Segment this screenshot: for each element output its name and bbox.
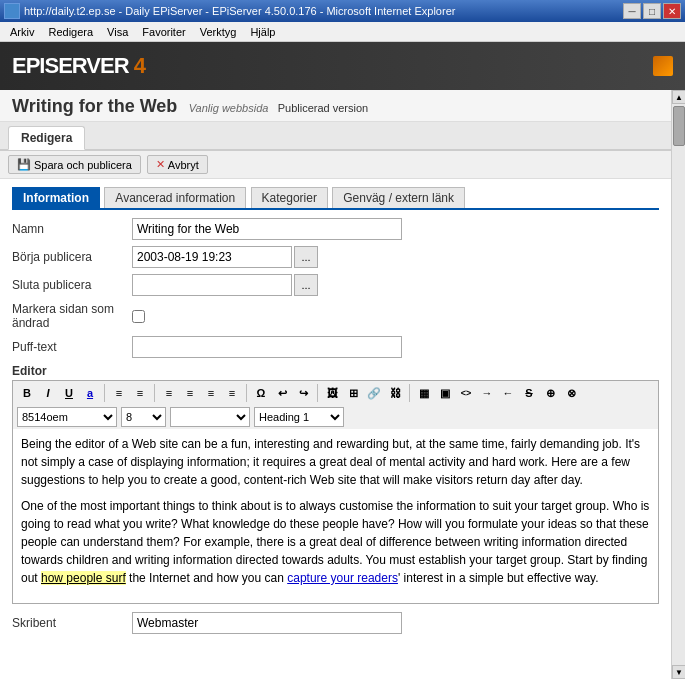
name-label: Namn [12, 222, 132, 236]
tab-information[interactable]: Information [12, 187, 100, 208]
window-icon [4, 3, 20, 19]
more-btn-3[interactable]: ⊕ [540, 383, 560, 403]
menu-redigera[interactable]: Redigera [42, 24, 99, 40]
separator-3 [246, 384, 247, 402]
align-right-button[interactable]: ≡ [201, 383, 221, 403]
name-row: Namn [12, 218, 659, 240]
more-button-1[interactable]: ▦ [414, 383, 434, 403]
scroll-down-arrow[interactable]: ▼ [672, 665, 685, 679]
episerver-header: EPISERVER 4 [0, 42, 685, 90]
italic-button[interactable]: I [38, 383, 58, 403]
window-title: http://daily.t2.ep.se - Daily EPiServer … [24, 5, 455, 17]
link-button[interactable]: a [80, 383, 100, 403]
more-button-2[interactable]: ▣ [435, 383, 455, 403]
editor-format-bar: 8514oem 8 Heading 1 [12, 405, 659, 429]
puff-input[interactable] [132, 336, 402, 358]
menu-visa[interactable]: Visa [101, 24, 134, 40]
top-tab-bar: Redigera [0, 122, 671, 151]
main-scrollbar[interactable]: ▲ ▼ [671, 90, 685, 679]
people-text: people [21, 535, 57, 549]
menu-hjalp[interactable]: Hjälp [244, 24, 281, 40]
form-content-area: Information Avancerad information Katego… [0, 179, 671, 679]
separator-4 [317, 384, 318, 402]
start-publish-row: Börja publicera ... [12, 246, 659, 268]
cancel-button[interactable]: ✕ Avbryt [147, 155, 208, 174]
minimize-button[interactable]: ─ [623, 3, 641, 19]
stop-publish-input[interactable] [132, 274, 292, 296]
action-toolbar: 💾 Spara och publicera ✕ Avbryt [0, 151, 671, 179]
align-center-button[interactable]: ≡ [180, 383, 200, 403]
separator-5 [409, 384, 410, 402]
capture-readers-link[interactable]: capture your readers [287, 571, 398, 585]
undo-button[interactable]: ↩ [272, 383, 292, 403]
indent-button[interactable]: → [477, 383, 497, 403]
episerver-logo: EPISERVER 4 [12, 53, 145, 79]
puff-label: Puff-text [12, 340, 132, 354]
ol-button[interactable]: ≡ [130, 383, 150, 403]
stop-publish-row: Sluta publicera ... [12, 274, 659, 296]
image-button[interactable]: 🖼 [322, 383, 342, 403]
source-button[interactable]: <> [456, 383, 476, 403]
close-button[interactable]: ✕ [663, 3, 681, 19]
scroll-track [672, 104, 685, 665]
page-meta: Vanlig webbsida [189, 102, 269, 114]
unlink-button[interactable]: ⛓ [385, 383, 405, 403]
highlight-how-people-surf: how people surf [41, 571, 126, 585]
menu-arkiv[interactable]: Arkiv [4, 24, 40, 40]
table-button[interactable]: ⊞ [343, 383, 363, 403]
align-left-button[interactable]: ≡ [159, 383, 179, 403]
more-btn-4[interactable]: ⊗ [561, 383, 581, 403]
outdent-button[interactable]: ← [498, 383, 518, 403]
align-justify-button[interactable]: ≡ [222, 383, 242, 403]
editor-wrapper: Being the editor of a Web site can be a … [12, 429, 659, 604]
menu-verktyg[interactable]: Verktyg [194, 24, 243, 40]
scroll-thumb[interactable] [673, 106, 685, 146]
start-publish-date-button[interactable]: ... [294, 246, 318, 268]
scroll-up-arrow[interactable]: ▲ [672, 90, 685, 104]
window-controls: ─ □ ✕ [623, 3, 681, 19]
cancel-icon: ✕ [156, 158, 165, 171]
changed-row: Markera sidan som ändrad [12, 302, 659, 330]
maximize-button[interactable]: □ [643, 3, 661, 19]
page-title: Writing for the Web [12, 96, 177, 116]
underline-button[interactable]: U [59, 383, 79, 403]
editor-paragraph-2: One of the most important things to thin… [21, 497, 650, 587]
tab-categories[interactable]: Kategorier [251, 187, 328, 208]
skribent-input[interactable] [132, 612, 402, 634]
editor-toolbar: B I U a ≡ ≡ ≡ ≡ ≡ ≡ Ω ↩ ↪ 🖼 ⊞ 🔗 ⛓ [12, 380, 659, 405]
save-publish-button[interactable]: 💾 Spara och publicera [8, 155, 141, 174]
skribent-row: Skribent [12, 612, 659, 634]
content-scroll-area: Writing for the Web Vanlig webbsida Publ… [0, 90, 671, 679]
editor-content[interactable]: Being the editor of a Web site can be a … [12, 429, 659, 604]
stop-publish-date-button[interactable]: ... [294, 274, 318, 296]
page-published: Publicerad version [278, 102, 369, 114]
menu-bar: Arkiv Redigera Visa Favoriter Verktyg Hj… [0, 22, 685, 42]
tab-shortcut[interactable]: Genväg / extern länk [332, 187, 465, 208]
redo-button[interactable]: ↪ [293, 383, 313, 403]
main-wrapper: Writing for the Web Vanlig webbsida Publ… [0, 90, 685, 679]
style-select[interactable] [170, 407, 250, 427]
font-select[interactable]: 8514oem [17, 407, 117, 427]
editor-paragraph-1: Being the editor of a Web site can be a … [21, 435, 650, 489]
name-input[interactable] [132, 218, 402, 240]
tab-advanced-info[interactable]: Avancerad information [104, 187, 246, 208]
strikethrough-button[interactable]: S [519, 383, 539, 403]
windows-logo [653, 56, 673, 76]
start-publish-label: Börja publicera [12, 250, 132, 264]
start-publish-input[interactable] [132, 246, 292, 268]
changed-label: Markera sidan som ändrad [12, 302, 132, 330]
changed-checkbox[interactable] [132, 310, 145, 323]
puff-row: Puff-text [12, 336, 659, 358]
bold-button[interactable]: B [17, 383, 37, 403]
editor-section-label: Editor [12, 364, 659, 378]
special-char-button[interactable]: Ω [251, 383, 271, 403]
separator-1 [104, 384, 105, 402]
tab-redigera[interactable]: Redigera [8, 126, 85, 150]
heading-select[interactable]: Heading 1 [254, 407, 344, 427]
title-bar: http://daily.t2.ep.se - Daily EPiServer … [0, 0, 685, 22]
size-select[interactable]: 8 [121, 407, 166, 427]
menu-favoriter[interactable]: Favoriter [136, 24, 191, 40]
skribent-label: Skribent [12, 616, 132, 630]
ul-button[interactable]: ≡ [109, 383, 129, 403]
link2-button[interactable]: 🔗 [364, 383, 384, 403]
